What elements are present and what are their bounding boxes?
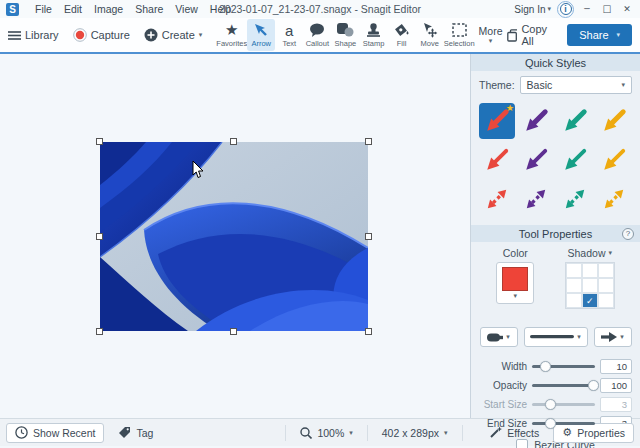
quick-style-arrow[interactable] (518, 103, 554, 139)
capture-record-icon (73, 28, 87, 42)
quick-style-arrow[interactable] (557, 181, 593, 217)
slider-track[interactable] (532, 380, 595, 391)
shadow-cell[interactable] (582, 278, 598, 293)
selection-handle[interactable] (96, 138, 103, 145)
canvas-size-control[interactable]: 402 x 289px ▾ (374, 423, 456, 443)
slider-thumb[interactable] (588, 380, 599, 391)
shadow-cell[interactable] (566, 263, 582, 278)
quick-style-arrow[interactable] (557, 103, 593, 139)
slider-label: Start Size (479, 399, 527, 410)
slider-thumb[interactable] (545, 418, 556, 429)
quick-style-arrow[interactable] (479, 181, 515, 217)
quick-style-arrow[interactable] (518, 142, 554, 178)
info-highlight-ring: i (557, 1, 574, 18)
blue-abstract-wallpaper (100, 142, 368, 331)
zoom-control[interactable]: 100% ▾ (292, 423, 360, 443)
favorite-star-icon: ★ (506, 103, 514, 113)
shadow-cell[interactable] (566, 278, 582, 293)
fill-bucket-icon (394, 22, 410, 38)
arrow-tail-style-dropdown[interactable]: ▾ (480, 327, 518, 347)
selection-handle[interactable] (365, 328, 372, 335)
shadow-cell[interactable] (566, 293, 582, 308)
quick-style-arrow[interactable]: ★ (479, 103, 515, 139)
arrow-cursor-icon (253, 22, 269, 38)
share-button[interactable]: Share▾ (567, 24, 632, 46)
slider-value[interactable]: 10 (600, 359, 632, 374)
tool-callout[interactable]: Callout (303, 19, 331, 51)
quick-style-arrow[interactable] (518, 181, 554, 217)
tool-favorites[interactable]: ★ Favorites (216, 19, 247, 51)
tool-move[interactable]: Move (416, 19, 444, 51)
chevron-down-icon: ▾ (489, 37, 493, 45)
quick-style-arrow[interactable] (596, 103, 632, 139)
close-button[interactable]: ✕ (620, 4, 634, 14)
mouse-cursor-icon (192, 161, 204, 179)
menu-view[interactable]: View (175, 3, 198, 15)
arrow-head-style-dropdown[interactable]: ▾ (594, 327, 632, 347)
shadow-cell[interactable] (598, 293, 614, 308)
selection-marquee-icon (452, 22, 467, 38)
callout-icon (309, 22, 325, 38)
help-icon[interactable]: ? (622, 228, 634, 240)
editor-canvas[interactable] (0, 54, 470, 418)
selection-handle[interactable] (230, 138, 237, 145)
shadow-cell[interactable] (598, 278, 614, 293)
minimize-button[interactable]: ─ (580, 4, 594, 14)
quick-style-arrow[interactable] (596, 181, 632, 217)
copy-all-button[interactable]: Copy All (507, 23, 556, 47)
line-style-dropdown[interactable]: ▾ (524, 327, 588, 347)
magic-wand-icon (489, 426, 502, 439)
slider-value[interactable]: 3 (600, 397, 632, 412)
capture-button[interactable]: Capture (73, 28, 130, 42)
shadow-cell[interactable] (598, 263, 614, 278)
menu-edit[interactable]: Edit (64, 3, 82, 15)
chevron-down-icon: ▾ (620, 333, 624, 341)
tool-arrow[interactable]: Arrow (247, 19, 275, 51)
tool-stamp[interactable]: Stamp (359, 19, 387, 51)
slider-thumb[interactable] (545, 399, 556, 410)
sliders-section: Width10Opacity100Start Size3End Size3 (471, 353, 640, 433)
create-button[interactable]: Create▾ (144, 28, 203, 42)
shadow-label[interactable]: Shadow▾ (568, 247, 612, 259)
selection-handle[interactable] (96, 233, 103, 240)
maximize-button[interactable]: ☐ (600, 4, 614, 15)
menu-help[interactable]: Help (210, 3, 232, 15)
chevron-down-icon: ▾ (577, 333, 581, 341)
tool-selection[interactable]: Selection (444, 19, 475, 51)
shadow-cell[interactable] (582, 263, 598, 278)
slider-value[interactable]: 100 (600, 378, 632, 393)
quick-styles-header: Quick Styles (471, 54, 640, 71)
color-picker-button[interactable]: ▾ (496, 262, 534, 304)
selection-handle[interactable] (230, 328, 237, 335)
show-recent-button[interactable]: Show Recent (6, 423, 104, 443)
slider-thumb[interactable] (540, 361, 551, 372)
chevron-down-icon: ▾ (617, 31, 621, 39)
quick-style-arrow[interactable] (557, 142, 593, 178)
slider-track[interactable] (532, 361, 595, 372)
menu-file[interactable]: File (35, 3, 52, 15)
quick-style-arrow[interactable] (596, 142, 632, 178)
quick-style-arrow[interactable] (479, 142, 515, 178)
library-button[interactable]: Library (8, 29, 59, 41)
selection-handle[interactable] (96, 328, 103, 335)
selection-handle[interactable] (365, 233, 372, 240)
more-tools-button[interactable]: More▾ (479, 25, 503, 45)
info-icon[interactable]: i (560, 3, 572, 15)
color-swatch (502, 267, 528, 291)
shadow-cell-selected[interactable]: ✓ (582, 293, 598, 308)
captured-image[interactable] (100, 142, 368, 331)
tool-fill[interactable]: Fill (388, 19, 416, 51)
menu-share[interactable]: Share (135, 3, 163, 15)
selection-handle[interactable] (365, 138, 372, 145)
tool-text[interactable]: a Text (275, 19, 303, 51)
shape-icon (337, 22, 354, 38)
tag-button[interactable]: Tag (110, 423, 161, 443)
theme-select[interactable]: Basic ▾ (520, 76, 632, 94)
menu-image[interactable]: Image (94, 3, 123, 15)
slider-track[interactable] (532, 418, 595, 429)
tool-shape[interactable]: Shape (331, 19, 359, 51)
chevron-down-icon: ▾ (199, 31, 203, 39)
slider-track[interactable] (532, 399, 595, 410)
slider-label: Width (479, 361, 527, 372)
sign-in-button[interactable]: Sign In▾ (514, 4, 551, 15)
